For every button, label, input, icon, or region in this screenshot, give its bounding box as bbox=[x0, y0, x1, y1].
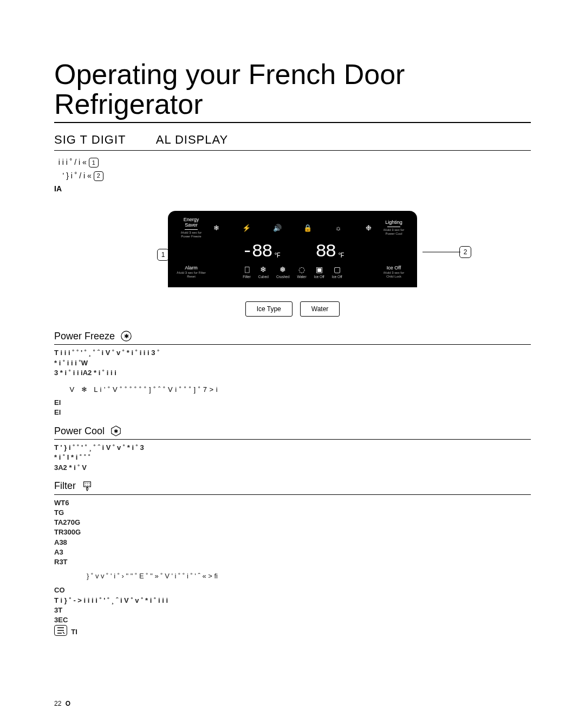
alarm-label: Alarm bbox=[177, 266, 206, 271]
fridge-temp-value: 88 bbox=[315, 241, 335, 262]
svg-point-9 bbox=[87, 485, 87, 485]
filter-status-icon: ⎕Filter bbox=[243, 265, 250, 279]
filter-row: } ˚ v v ˚ ' i ˚ › " " ˚ E ˚ " » ˚ V ' i … bbox=[87, 571, 531, 581]
ice-off-icon-2: ▢Ice Off bbox=[332, 265, 342, 279]
filter-c4: 3EC bbox=[54, 615, 531, 625]
hex-snow-icon: ✱ bbox=[110, 425, 122, 437]
lighting-icon: ☼ bbox=[334, 223, 343, 233]
alarm-icon: 🔊 bbox=[272, 223, 282, 233]
intro-line-2-text: ' } i ˚ / i « bbox=[63, 171, 92, 180]
filter-l1: WT6 bbox=[54, 498, 531, 508]
intro-line-1: i i i ˚ / i « 1 bbox=[54, 156, 531, 168]
snowflake-icon: ✱ bbox=[120, 330, 132, 342]
footer-text: O bbox=[66, 700, 70, 707]
water-icon: ◌Water bbox=[297, 265, 307, 279]
svg-rect-4 bbox=[84, 482, 91, 487]
svg-point-8 bbox=[85, 485, 86, 485]
note-icon bbox=[54, 625, 67, 636]
energy-saver-text: Energy Saver bbox=[177, 217, 206, 228]
callout-2-icon: 2 bbox=[94, 171, 103, 181]
pf-line-4a: EI bbox=[54, 398, 531, 408]
cubed-ice-icon: ❄Cubed bbox=[258, 265, 269, 279]
filter-c3: 3T bbox=[54, 605, 531, 615]
energy-saver-sub: /Hold 3 sec for Power Freeze bbox=[177, 231, 206, 238]
ice-type-button[interactable]: Ice Type bbox=[245, 301, 292, 317]
ice-off-icon: ▣Ice Off bbox=[314, 265, 324, 279]
power-cool-icon: ❉ bbox=[364, 223, 374, 233]
freezer-temp-display: -88 °F bbox=[242, 241, 280, 262]
subheader-right: AL DISPLAY bbox=[156, 133, 229, 146]
display-panel: Energy Saver /Hold 3 sec for Power Freez… bbox=[168, 211, 417, 287]
pc-line-3: 3A2 * i ˚ V bbox=[54, 463, 531, 473]
svg-point-10 bbox=[89, 485, 89, 485]
filter-l6: A3 bbox=[54, 547, 531, 557]
filter-title: Filter bbox=[54, 480, 76, 492]
page-footer: 22 O bbox=[54, 700, 70, 707]
pc-line-2: * i ˚ I * i ˚ ˚ ˚ bbox=[54, 453, 531, 462]
iceoff-label-block: Ice Off /Hold 3 sec for Child Lock bbox=[379, 266, 408, 278]
intro-line-1-text: i i i ˚ / i « bbox=[58, 158, 87, 166]
display-panel-figure: 1 2 Energy Saver /Hold 3 sec for Power F… bbox=[54, 211, 531, 317]
filter-l2: TG bbox=[54, 508, 531, 518]
filter-l7: R3T bbox=[54, 557, 531, 567]
panel-callout-right: 2 bbox=[459, 246, 471, 258]
page-number: 22 bbox=[54, 700, 61, 707]
alarm-sub: /Hold 3 sec for Filter Reset bbox=[177, 271, 206, 278]
pf-line-1: T i i i ˚ ˚ ' ˚ ¸ ˚ ˆ i V ˚ v ˚ * i ˚ i … bbox=[54, 348, 531, 358]
lighting-text: Lighting bbox=[379, 220, 408, 226]
filter-section: Filter WT6 TG TA270G TR300G A38 A3 R3T }… bbox=[54, 480, 531, 637]
cup-icon: V bbox=[69, 385, 74, 394]
pf-line-4b: EI bbox=[54, 408, 531, 417]
page-title: Operating your French Door Refrigerator bbox=[54, 60, 531, 123]
filter-l5: A38 bbox=[54, 538, 531, 547]
pc-line-1: T ' } i ˚ ˚ ' ˚ ¸ ˚ ˆ i V ˚ v ˚ * i ˚ 3 bbox=[54, 443, 531, 453]
freezer-temp-value: -88 bbox=[242, 241, 271, 262]
power-cool-section: Power Cool ✱ T ' } i ˚ ˚ ' ˚ ¸ ˚ ˆ i V ˚… bbox=[54, 425, 531, 473]
power-cool-title: Power Cool bbox=[54, 426, 105, 437]
pf-line-3: 3 * i ˚ i i iA2 * i ˚ i i i bbox=[54, 368, 531, 378]
svg-point-5 bbox=[85, 483, 86, 484]
filter-icon bbox=[81, 480, 93, 492]
fridge-temp-unit: °F bbox=[337, 252, 343, 260]
energy-saver-label: Energy Saver /Hold 3 sec for Power Freez… bbox=[177, 217, 206, 238]
caution-row: V ❄ L i ' ˚ V ˚ ˚ ˚ ˚ ˚ ˚ ] ˚ ˆ ˚ V i ˚ … bbox=[54, 385, 531, 394]
filter-l3: TA270G bbox=[54, 518, 531, 527]
lock-icon: 🔒 bbox=[303, 223, 313, 233]
glass-icon: ❄ bbox=[81, 385, 88, 394]
caution-text: L i ' ˚ V ˚ ˚ ˚ ˚ ˚ ˚ ] ˚ ˆ ˚ V i ˚ ˚ ˚ … bbox=[94, 385, 218, 394]
intro-line-2: ' } i ˚ / i « 2 bbox=[54, 170, 531, 182]
power-freeze-title: Power Freeze bbox=[54, 331, 115, 342]
pf-line-2: * i ˚ i i i ˚W bbox=[54, 358, 531, 368]
fridge-temp-display: 88 °F bbox=[315, 241, 343, 262]
svg-text:✱: ✱ bbox=[124, 333, 129, 339]
filter-note-row: TI bbox=[54, 625, 531, 637]
filter-c1: CO bbox=[54, 585, 531, 595]
svg-point-7 bbox=[89, 483, 89, 484]
power-freeze-section: Power Freeze ✱ T i i i ˚ ˚ ' ˚ ¸ ˚ ˆ i V… bbox=[54, 330, 531, 417]
lighting-label: Lighting /Hold 3 sec for Power Cool bbox=[379, 220, 408, 235]
lighting-sub: /Hold 3 sec for Power Cool bbox=[379, 228, 408, 235]
filter-l4: TR300G bbox=[54, 527, 531, 537]
filter-note-text: TI bbox=[71, 628, 77, 636]
svg-text:✱: ✱ bbox=[114, 428, 118, 434]
panel-callout-left: 1 bbox=[157, 249, 169, 261]
freezer-temp-unit: °F bbox=[274, 252, 280, 260]
alarm-label-block: Alarm /Hold 3 sec for Filter Reset bbox=[177, 266, 206, 278]
section-header: SIG T DIGIT AL DISPLAY bbox=[54, 133, 531, 151]
iceoff-label: Ice Off bbox=[379, 266, 408, 271]
power-freeze-icon: ❄ bbox=[211, 223, 221, 233]
svg-point-6 bbox=[87, 483, 87, 484]
water-button[interactable]: Water bbox=[300, 301, 340, 317]
energy-saver-icon: ⚡ bbox=[242, 223, 251, 233]
iceoff-sub: /Hold 3 sec for Child Lock bbox=[379, 271, 408, 278]
filter-c2: T i } ˚ - > i i i i ˚ ' ˚ ¸ ˆ i V ˚ v ˚ … bbox=[54, 596, 531, 605]
callout-1-icon: 1 bbox=[89, 158, 99, 167]
crushed-ice-icon: ❅Crushed bbox=[276, 265, 290, 279]
intro-line-3: IA bbox=[54, 183, 531, 195]
subheader-left: SIG T DIGIT bbox=[54, 133, 126, 146]
